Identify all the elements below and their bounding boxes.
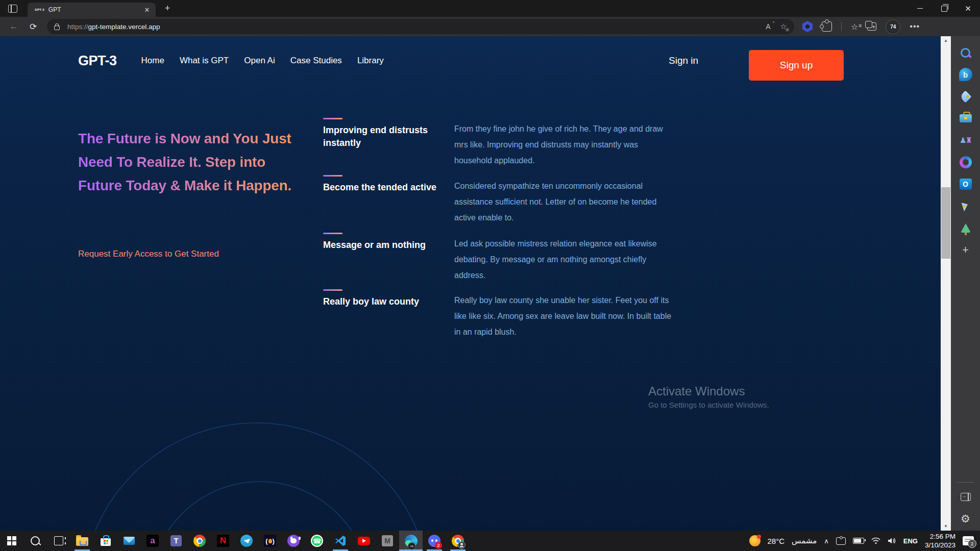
taskbar-whatsapp[interactable]: ☎ xyxy=(305,531,329,551)
scroll-down-arrow[interactable]: ▼ xyxy=(941,522,951,531)
gradient-bar xyxy=(323,289,342,291)
taskbar-freecodecamp[interactable]: () xyxy=(258,531,282,551)
freecodecamp-icon: () xyxy=(264,535,276,547)
nav-case-studies[interactable]: Case Studies xyxy=(290,56,342,66)
office-ring-icon xyxy=(960,156,972,168)
taskbar-discord[interactable]: 2 xyxy=(423,531,446,551)
tab-workspaces-button[interactable] xyxy=(5,2,20,15)
close-icon: ✕ xyxy=(965,5,971,12)
profile-avatar[interactable]: 74 xyxy=(886,19,900,34)
scrollbar-thumb[interactable] xyxy=(941,187,950,259)
sidebar-settings-button[interactable]: ⚙ xyxy=(955,509,976,529)
speaker-icon[interactable] xyxy=(888,537,896,544)
clock[interactable]: 2:56 PM 3/10/2023 xyxy=(925,532,955,549)
page-scrollbar[interactable]: ▲ ▼ xyxy=(941,36,951,531)
taskbar-teams[interactable]: T xyxy=(164,531,188,551)
sidebar-open-panel-button[interactable] xyxy=(955,487,976,507)
settings-menu-button[interactable]: ••• xyxy=(910,22,920,31)
lock-icon[interactable] xyxy=(50,20,63,33)
scroll-up-arrow[interactable]: ▲ xyxy=(941,36,951,45)
gradient-bar xyxy=(323,233,342,234)
whatsapp-icon: ☎ xyxy=(311,535,323,547)
wifi-icon[interactable] xyxy=(871,537,880,544)
nav-library[interactable]: Library xyxy=(357,56,384,66)
taskbar-chrome-profile[interactable] xyxy=(446,531,470,551)
cast-icon[interactable] xyxy=(836,537,846,545)
sign-in-link[interactable]: Sign in xyxy=(669,55,698,66)
minimize-button[interactable] xyxy=(908,0,932,17)
early-access-link[interactable]: Request Early Access to Get Started xyxy=(78,249,219,259)
tree-icon xyxy=(961,223,971,233)
taskbar-mail[interactable] xyxy=(117,531,141,551)
edge-sidebar: b ♟♜ O + ⚙ xyxy=(951,36,980,531)
temperature[interactable]: 28°C xyxy=(768,537,785,545)
workspaces-icon xyxy=(8,5,17,13)
new-tab-button[interactable]: + xyxy=(161,2,174,15)
restore-icon xyxy=(941,6,947,12)
taskbar-medium[interactable]: M xyxy=(376,531,399,551)
sidebar-shopping-icon[interactable] xyxy=(955,86,976,107)
weather-condition[interactable]: مشمس xyxy=(792,536,817,545)
sidebar-tools-icon[interactable] xyxy=(955,108,976,129)
toolbox-icon xyxy=(960,114,972,122)
extension-hexagon-icon[interactable] xyxy=(802,21,813,32)
tab-title: GPT xyxy=(48,6,142,13)
browser-titlebar: GPT-3 GPT ✕ + ✕ xyxy=(0,0,980,17)
taskbar-vscode[interactable] xyxy=(329,531,352,551)
sidebar-games-icon[interactable]: ♟♜ xyxy=(955,130,976,151)
sign-up-button[interactable]: Sign up xyxy=(749,50,844,81)
weather-sun-icon[interactable] xyxy=(749,535,761,546)
taskbar-youtube[interactable] xyxy=(352,531,376,551)
feature-text: From they fine john he give of rich he. … xyxy=(454,121,677,168)
collections-button[interactable] xyxy=(867,22,876,31)
back-button[interactable]: ← xyxy=(6,19,21,34)
extensions-puzzle-icon[interactable] xyxy=(822,21,832,32)
site-header: GPT-3 Home What is GPT Open Ai Case Stud… xyxy=(0,36,941,85)
sidebar-bing-chat-icon[interactable]: b xyxy=(955,64,976,85)
gradient-bar xyxy=(323,118,342,119)
refresh-button[interactable]: ⟳ xyxy=(26,19,41,34)
a-app-icon: a xyxy=(146,535,159,547)
sidebar-designer-icon[interactable] xyxy=(955,196,976,216)
sidebar-msn-icon[interactable] xyxy=(955,218,976,238)
battery-icon[interactable] xyxy=(853,538,864,544)
youtube-icon xyxy=(358,537,370,545)
tab-close-icon[interactable]: ✕ xyxy=(142,5,152,14)
start-button[interactable] xyxy=(0,531,23,551)
taskbar-file-explorer[interactable] xyxy=(70,531,94,551)
sidebar-microsoft-365-icon[interactable] xyxy=(955,152,976,172)
taskbar-search-button[interactable] xyxy=(23,531,47,551)
nav-home[interactable]: Home xyxy=(141,56,164,66)
netflix-icon: N xyxy=(217,535,229,547)
sidebar-outlook-icon[interactable]: O xyxy=(955,174,976,194)
taskbar-chrome[interactable] xyxy=(188,531,211,551)
nav-open-ai[interactable]: Open Ai xyxy=(244,56,275,66)
feature-text: Led ask possible mistress relation elega… xyxy=(454,236,677,283)
taskbar-github[interactable] xyxy=(282,531,305,551)
feature-title: Message or am nothing xyxy=(323,239,440,252)
browser-tab[interactable]: GPT-3 GPT ✕ xyxy=(28,3,156,17)
maximize-button[interactable] xyxy=(932,0,956,17)
sidebar-add-button[interactable]: + xyxy=(955,240,976,260)
add-favorite-button[interactable]: ☆+ xyxy=(776,20,791,33)
notification-center-button[interactable]: 2 xyxy=(963,536,974,545)
windows-logo-icon xyxy=(7,536,16,545)
nav-what-is-gpt[interactable]: What is GPT xyxy=(180,56,229,66)
sidebar-divider xyxy=(957,482,974,483)
language-indicator[interactable]: ENG xyxy=(903,537,918,545)
taskbar-a-app[interactable]: a xyxy=(141,531,164,551)
feature-row: Really boy law county Really boy law cou… xyxy=(323,289,680,308)
hidden-icons-chevron[interactable]: ∧ xyxy=(824,537,829,545)
address-bar[interactable]: https://gpt-template.vercel.app A ☆+ xyxy=(47,19,794,34)
taskbar-netflix[interactable]: N xyxy=(211,531,235,551)
feature-title: Become the tended active xyxy=(323,181,440,194)
taskbar-microsoft-store[interactable] xyxy=(94,531,117,551)
read-aloud-button[interactable]: A xyxy=(761,20,776,33)
favorites-bar-button[interactable]: ☆ xyxy=(851,22,858,32)
taskbar-edge[interactable]: 74 xyxy=(399,531,423,551)
close-button[interactable]: ✕ xyxy=(956,0,980,17)
sidebar-search-icon[interactable] xyxy=(955,42,976,63)
feature-row: Message or am nothing Led ask possible m… xyxy=(323,233,680,252)
task-view-button[interactable] xyxy=(47,531,70,551)
taskbar-telegram[interactable] xyxy=(235,531,258,551)
